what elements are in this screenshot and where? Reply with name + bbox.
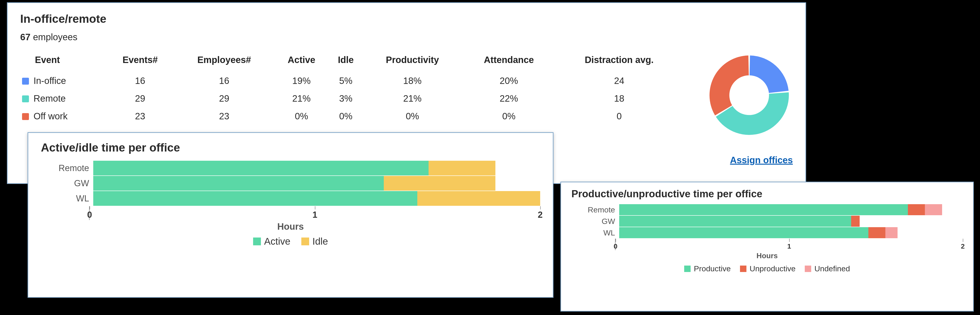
value-cell: 29	[174, 90, 274, 107]
prod-unprod-axis: 012	[615, 239, 963, 250]
table-row: In-office161619%5%18%20%24	[20, 72, 682, 90]
active-idle-chart: RemoteGWWL	[41, 161, 540, 206]
axis-tick	[963, 239, 963, 242]
bar-row: Remote	[571, 204, 963, 215]
value-cell: 23	[106, 107, 174, 125]
summary-header: Attendance	[462, 51, 555, 72]
employee-count-line: 67 employees	[20, 32, 793, 42]
employee-label: employees	[33, 32, 77, 42]
bar-row: WL	[571, 227, 963, 238]
bar-segment	[417, 191, 540, 206]
bar-category-label: WL	[571, 228, 619, 237]
value-cell: 16	[106, 72, 174, 90]
bar-category-label: GW	[571, 217, 619, 226]
bar-segment	[851, 216, 860, 227]
bar-row: WL	[41, 191, 540, 206]
legend-swatch	[740, 265, 746, 272]
bar-segment	[93, 176, 384, 190]
axis-tick-label: 1	[787, 242, 791, 250]
value-cell: 16	[174, 72, 274, 90]
axis-tick-label: 2	[961, 242, 965, 250]
legend-label: Active	[264, 236, 290, 247]
bar-segment	[619, 204, 908, 215]
value-cell: 29	[106, 90, 174, 107]
event-cell: Off work	[20, 107, 106, 125]
value-cell: 23	[174, 107, 274, 125]
prod-unprod-chart: RemoteGWWL	[571, 204, 963, 238]
value-cell: 21%	[363, 90, 462, 107]
bar-track	[93, 176, 540, 190]
summary-header: Productivity	[363, 51, 462, 72]
axis-tick	[789, 239, 790, 242]
employee-count: 67	[20, 32, 30, 42]
value-cell: 18%	[363, 72, 462, 90]
row-swatch	[22, 78, 29, 85]
axis-tick-label: 2	[538, 210, 542, 220]
legend-item: Idle	[301, 236, 328, 247]
bar-segment	[869, 227, 886, 238]
legend-item: Unproductive	[740, 264, 795, 273]
legend-label: Idle	[312, 236, 328, 247]
bar-segment	[908, 204, 925, 215]
value-cell: 0%	[363, 107, 462, 125]
active-idle-legend: ActiveIdle	[41, 236, 540, 247]
value-cell: 19%	[274, 72, 329, 90]
prod-unprod-legend: ProductiveUnproductiveUndefined	[571, 264, 963, 273]
axis-tick-label: 0	[614, 242, 617, 250]
bar-segment	[885, 227, 897, 238]
legend-item: Productive	[684, 264, 731, 273]
active-idle-xlabel: Hours	[41, 221, 540, 232]
row-swatch	[22, 96, 29, 102]
legend-item: Active	[253, 236, 290, 247]
axis-tick-label: 0	[87, 210, 92, 220]
bar-segment	[619, 227, 869, 238]
summary-header: Idle	[329, 51, 363, 72]
bar-segment	[93, 161, 429, 176]
table-row: Off work23230%0%0%0%0	[20, 107, 682, 125]
value-cell: 0	[556, 107, 682, 125]
assign-offices-link[interactable]: Assign offices	[730, 155, 793, 165]
table-row: Remote292921%3%21%22%18	[20, 90, 682, 107]
summary-header: Distraction avg.	[556, 51, 682, 72]
prod-unprod-title: Productive/unproductive time per office	[571, 188, 963, 200]
summary-table: EventEvents#Employees#ActiveIdleProducti…	[20, 51, 682, 125]
bar-segment	[925, 204, 942, 215]
legend-swatch	[253, 238, 261, 245]
bar-segment	[619, 216, 851, 227]
bar-category-label: WL	[41, 193, 93, 203]
bar-segment	[429, 161, 496, 176]
legend-item: Undefined	[805, 264, 850, 273]
bar-track	[619, 216, 963, 227]
value-cell: 24	[556, 72, 682, 90]
legend-swatch	[684, 265, 690, 272]
summary-title: In-office/remote	[20, 12, 793, 26]
summary-header: Events#	[106, 51, 174, 72]
active-idle-card: Active/idle time per office RemoteGWWL 0…	[27, 132, 554, 298]
row-swatch	[22, 113, 29, 120]
donut-slice	[710, 55, 749, 115]
bar-category-label: Remote	[571, 205, 619, 214]
legend-swatch	[805, 265, 811, 272]
prod-unprod-card: Productive/unproductive time per office …	[560, 182, 974, 312]
legend-label: Undefined	[815, 264, 850, 273]
bar-category-label: Remote	[41, 163, 93, 173]
value-cell: 18	[556, 90, 682, 107]
value-cell: 0%	[274, 107, 329, 125]
axis-tick-label: 1	[312, 210, 317, 220]
active-idle-title: Active/idle time per office	[41, 141, 540, 154]
legend-swatch	[301, 238, 309, 245]
event-cell: In-office	[20, 72, 106, 90]
prod-unprod-xlabel: Hours	[571, 251, 963, 260]
donut-chart	[706, 51, 793, 139]
axis-tick	[89, 206, 90, 209]
bar-row: Remote	[41, 161, 540, 176]
value-cell: 21%	[274, 90, 329, 107]
bar-row: GW	[41, 176, 540, 190]
bar-category-label: GW	[41, 178, 93, 188]
value-cell: 20%	[462, 72, 555, 90]
bar-track	[619, 227, 963, 238]
active-idle-axis: 012	[89, 206, 540, 220]
legend-label: Unproductive	[749, 264, 795, 273]
bar-segment	[384, 176, 496, 190]
bar-track	[93, 191, 540, 206]
